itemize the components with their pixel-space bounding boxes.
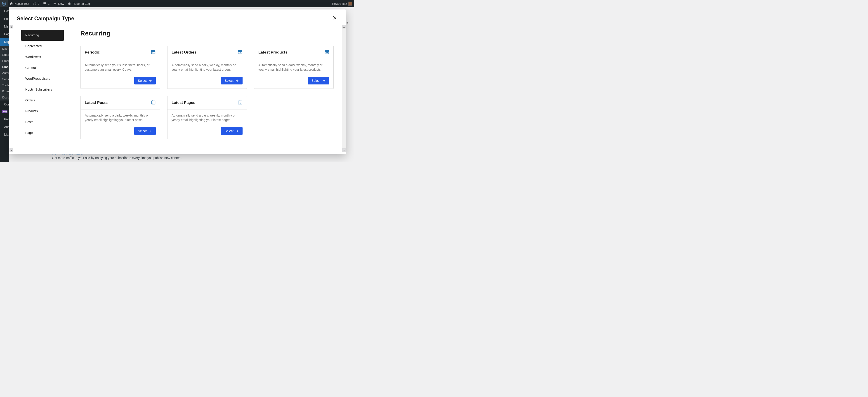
wp-logo[interactable] (0, 0, 8, 7)
select-latest-products-button[interactable]: Select (308, 77, 329, 85)
site-name: Noptin Test (14, 2, 29, 5)
bug-label: Report a Bug (72, 2, 90, 5)
sub-automation[interactable]: Automation Rules (0, 70, 9, 76)
select-latest-orders-button[interactable]: Select (221, 77, 243, 85)
arrow-right-icon (149, 129, 152, 133)
arrow-right-icon (322, 79, 326, 82)
svg-rect-11 (151, 101, 155, 104)
new-link[interactable]: New (51, 0, 66, 7)
site-link[interactable]: Noptin Test (8, 0, 31, 7)
modal-tabs: Recurring Deprecated WordPress General W… (13, 25, 71, 152)
svg-rect-9 (238, 51, 242, 54)
modal-header: Select Campaign Type (9, 9, 346, 25)
tab-posts[interactable]: Posts (21, 117, 64, 127)
menu-products[interactable]: Products (0, 115, 9, 123)
sub-dashboard[interactable]: Dashboard (0, 45, 9, 52)
tab-orders[interactable]: Orders (21, 95, 64, 106)
arrow-right-icon (235, 129, 239, 133)
avatar (348, 2, 352, 6)
wp-admin-sidebar: Dashboard Posts Media Pages Noptin Dashb… (0, 7, 9, 162)
sub-email-forms[interactable]: Email Forms (0, 58, 9, 64)
sub-subscribers[interactable]: Subscribers (0, 52, 9, 58)
noptin-submenu: Dashboard Subscribers Email Forms Email … (0, 45, 9, 100)
sub-email-campaigns[interactable]: Email Campaigns (0, 64, 9, 70)
tabs-scrollbar[interactable]: ▲ ▼ (9, 25, 13, 152)
card-latest-posts: Latest Posts Automatically send a daily,… (81, 96, 160, 139)
new-label: New (58, 2, 64, 5)
calendar-icon (238, 49, 243, 55)
campaign-type-modal: Select Campaign Type ▲ ▼ Recurring Depre… (9, 9, 346, 154)
menu-dashboard[interactable]: Dashboard (0, 7, 9, 15)
tab-wordpress[interactable]: WordPress (21, 52, 64, 62)
card-title: Latest Pages (172, 100, 195, 105)
arrow-right-icon (235, 79, 239, 82)
card-desc: Automatically send a daily, weekly, mont… (172, 63, 243, 73)
content-scrollbar[interactable]: ▲ ▼ (342, 25, 346, 152)
tab-pages[interactable]: Pages (21, 127, 64, 138)
modal-title: Select Campaign Type (17, 15, 74, 22)
tab-noptin-subscribers[interactable]: Noptin Subscribers (21, 84, 64, 95)
sub-docs[interactable]: Documentation (0, 94, 9, 100)
calendar-icon (151, 49, 156, 55)
wp-adminbar: Noptin Test 3 3 New Report a Bug Howdy, … (0, 0, 354, 7)
card-desc: Automatically send a daily, weekly, mont… (258, 63, 329, 73)
tab-general[interactable]: General (21, 62, 64, 73)
svg-rect-12 (238, 101, 242, 104)
updates-count: 3 (38, 2, 39, 5)
bug-link[interactable]: Report a Bug (66, 0, 92, 7)
card-periodic: Periodic Automatically send your subscri… (81, 45, 160, 89)
tab-deprecated[interactable]: Deprecated (21, 41, 64, 52)
svg-rect-8 (151, 51, 155, 54)
menu-noptin[interactable]: Noptin (0, 38, 9, 45)
close-icon (332, 15, 337, 20)
content-scroll-down[interactable]: ▼ (342, 148, 346, 152)
woo-icon: Woo (2, 110, 7, 113)
arrow-right-icon (149, 79, 152, 82)
modal-close-button[interactable] (331, 14, 338, 23)
bg-npn-desc: Get more traffic to your site by notifyi… (52, 156, 350, 160)
tabs-scroll-up[interactable]: ▲ (9, 25, 13, 29)
tab-wp-users[interactable]: WordPress Users (21, 73, 64, 84)
card-desc: Automatically send a daily, weekly, mont… (85, 113, 156, 123)
card-latest-orders: Latest Orders Automatically send a daily… (167, 45, 247, 89)
card-title: Periodic (85, 50, 100, 55)
tab-products[interactable]: Products (21, 106, 64, 117)
card-desc: Automatically send your subscribers, use… (85, 63, 156, 73)
calendar-icon (238, 100, 243, 106)
card-title: Latest Posts (85, 100, 107, 105)
svg-rect-10 (325, 51, 329, 54)
sub-tools[interactable]: Tools (0, 82, 9, 88)
select-latest-pages-button[interactable]: Select (221, 127, 243, 135)
updates-link[interactable]: 3 (31, 0, 41, 7)
modal-body: ▲ ▼ Recurring Deprecated WordPress Gener… (9, 25, 346, 154)
content-scroll-up[interactable]: ▲ (342, 25, 346, 29)
tabs-scroll-down[interactable]: ▼ (9, 148, 13, 152)
menu-analytics[interactable]: Analytics (0, 123, 9, 131)
card-grid: Periodic Automatically send your subscri… (81, 45, 333, 139)
modal-content: Recurring Periodic Automatically send yo… (71, 25, 342, 152)
card-title: Latest Products (258, 50, 287, 55)
select-periodic-button[interactable]: Select (134, 77, 156, 85)
select-latest-posts-button[interactable]: Select (134, 127, 156, 135)
menu-woocommerce[interactable]: Woo WooCommerce (0, 108, 9, 115)
howdy-text: Howdy, kaz (332, 2, 347, 5)
sub-settings[interactable]: Settings (0, 76, 9, 82)
card-latest-products: Latest Products Automatically send a dai… (254, 45, 334, 89)
menu-posts[interactable]: Posts (0, 15, 9, 23)
calendar-icon (324, 49, 329, 55)
card-latest-pages: Latest Pages Automatically send a daily,… (167, 96, 247, 139)
tab-recurring[interactable]: Recurring (21, 30, 64, 41)
menu-pages[interactable]: Pages (0, 30, 9, 38)
menu-media[interactable]: Media (0, 23, 9, 30)
card-desc: Automatically send a daily, weekly, mont… (172, 113, 243, 123)
account-link[interactable]: Howdy, kaz (332, 2, 354, 6)
calendar-icon (151, 100, 156, 106)
comments-count: 3 (48, 2, 50, 5)
menu-comments[interactable]: Comments (0, 100, 9, 108)
content-heading: Recurring (81, 30, 333, 37)
card-title: Latest Orders (172, 50, 197, 55)
comments-link[interactable]: 3 (41, 0, 51, 7)
menu-marketing[interactable]: Marketing (0, 131, 9, 138)
sub-extensions[interactable]: Extensions (0, 88, 9, 94)
